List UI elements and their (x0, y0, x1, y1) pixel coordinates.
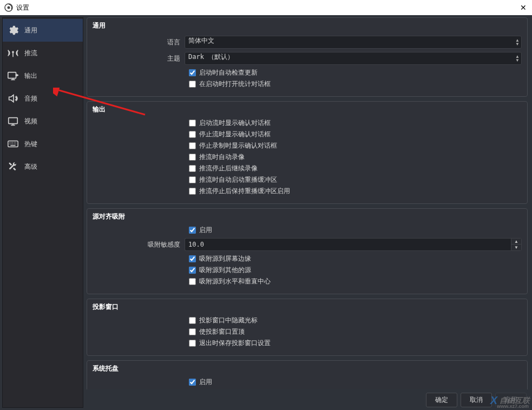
apply-button: 应用 (495, 393, 527, 407)
footer-buttons: 确定 取消 应用 (87, 392, 530, 408)
checkbox-label: 使投影窗口置顶 (199, 327, 245, 336)
stop-record-confirm-checkbox[interactable] (189, 142, 196, 149)
group-title: 输出 (93, 104, 522, 116)
group-tray: 系统托盘 启用 开始时最小化到系统托盘 总是最小化到系统托盘，而不是任务栏 (87, 360, 528, 389)
sidebar-item-label: 输出 (24, 71, 37, 81)
checkbox-label: 推流时自动启动重播缓冲区 (199, 175, 277, 184)
svg-point-1 (8, 6, 10, 9)
group-output: 输出 启动流时显示确认对话框 停止流时显示确认对话框 停止录制时显示确认对话框 … (87, 101, 528, 204)
svg-rect-4 (9, 118, 18, 124)
tray-enable-checkbox[interactable] (189, 379, 196, 386)
stop-stream-confirm-checkbox[interactable] (189, 131, 196, 138)
snap-sensitivity-label: 吸附敏感度 (93, 240, 185, 249)
group-general: 通用 语言 简体中文 ▲▼ 主题 Dark （默认） ▲▼ 启动时自动检查更新 (87, 17, 528, 97)
start-stream-confirm-checkbox[interactable] (189, 120, 196, 127)
check-updates-checkbox[interactable] (189, 69, 196, 76)
main-area: 通用 推流 输出 音频 视频 (0, 15, 532, 410)
check-updates-label: 启动时自动检查更新 (199, 68, 258, 77)
sidebar-item-label: 视频 (24, 117, 37, 126)
content-scroll[interactable]: 通用 语言 简体中文 ▲▼ 主题 Dark （默认） ▲▼ 启动时自动检查更新 (87, 17, 530, 389)
checkbox-label: 推流时自动录像 (199, 153, 245, 162)
theme-select[interactable]: Dark （默认） (185, 52, 522, 65)
sidebar: 通用 推流 输出 音频 视频 (2, 17, 83, 408)
language-label: 语言 (93, 38, 185, 47)
svg-rect-3 (8, 72, 16, 78)
cancel-button[interactable]: 取消 (461, 393, 492, 407)
sidebar-item-hotkeys[interactable]: 热键 (3, 133, 83, 155)
projector-hide-cursor-checkbox[interactable] (189, 317, 196, 324)
language-select[interactable]: 简体中文 (185, 36, 522, 49)
keep-record-checkbox[interactable] (189, 165, 196, 172)
checkbox-label: 吸附源到水平和垂直中心 (199, 277, 271, 286)
checkbox-label: 启动流时显示确认对话框 (199, 118, 271, 128)
theme-label: 主题 (93, 54, 185, 63)
sidebar-item-label: 推流 (24, 49, 37, 58)
titlebar: 设置 ✕ (0, 0, 532, 15)
checkbox-label: 推流停止后继续录像 (199, 164, 258, 173)
group-snap: 源对齐吸附 启用 吸附敏感度 ▲▼ 吸附源到屏幕边缘 吸附源到其他的源 吸附源到… (87, 208, 528, 294)
sidebar-item-stream[interactable]: 推流 (3, 42, 83, 64)
snap-sensitivity-input[interactable] (185, 238, 511, 251)
group-title: 通用 (93, 20, 522, 32)
snap-center-checkbox[interactable] (189, 278, 196, 285)
group-title: 源对齐吸附 (93, 211, 522, 223)
checkbox-label: 吸附源到屏幕边缘 (199, 254, 251, 263)
checkbox-label: 开始时最小化到系统托盘 (199, 389, 271, 389)
keep-replay-checkbox[interactable] (189, 188, 196, 195)
snap-other-sources-checkbox[interactable] (189, 267, 196, 274)
sidebar-item-general[interactable]: 通用 (3, 19, 83, 42)
checkbox-label: 推流停止后保持重播缓冲区启用 (199, 187, 290, 196)
auto-record-checkbox[interactable] (189, 154, 196, 161)
snap-screen-edge-checkbox[interactable] (189, 255, 196, 262)
sidebar-item-label: 热键 (24, 140, 37, 149)
video-icon (6, 115, 20, 127)
checkbox-label: 启用 (199, 378, 212, 387)
checkbox-label: 吸附源到其他的源 (199, 266, 251, 275)
tools-icon (6, 161, 20, 173)
group-title: 投影窗口 (93, 301, 522, 314)
sidebar-item-advanced[interactable]: 高级 (3, 155, 83, 178)
checkbox-label: 退出时保存投影窗口设置 (199, 339, 271, 348)
svg-point-2 (12, 51, 14, 53)
auto-replay-checkbox[interactable] (189, 176, 196, 183)
snap-enable-checkbox[interactable] (189, 227, 196, 234)
sidebar-item-label: 音频 (24, 94, 37, 103)
sidebar-item-label: 高级 (24, 162, 37, 171)
spin-up-button[interactable]: ▲ (511, 239, 521, 244)
projector-always-top-checkbox[interactable] (189, 328, 196, 335)
broadcast-icon (6, 47, 20, 59)
output-icon (6, 70, 20, 82)
checkbox-label: 停止录制时显示确认对话框 (199, 141, 277, 150)
keyboard-icon (6, 138, 20, 150)
checkbox-label: 投影窗口中隐藏光标 (199, 316, 258, 325)
sidebar-item-video[interactable]: 视频 (3, 110, 83, 133)
checkbox-label: 启用 (199, 226, 212, 235)
ok-button[interactable]: 确定 (426, 393, 457, 407)
sidebar-item-label: 通用 (24, 26, 37, 35)
open-stats-checkbox[interactable] (189, 81, 196, 88)
spin-down-button[interactable]: ▼ (511, 244, 521, 250)
gear-icon (6, 24, 20, 36)
group-title: 系统托盘 (93, 363, 522, 375)
projector-save-exit-checkbox[interactable] (189, 340, 196, 347)
sidebar-item-audio[interactable]: 音频 (3, 87, 83, 110)
group-projector: 投影窗口 投影窗口中隐藏光标 使投影窗口置顶 退出时保存投影窗口设置 (87, 299, 528, 356)
open-stats-label: 在启动时打开统计对话框 (199, 80, 271, 89)
audio-icon (6, 92, 20, 104)
close-button[interactable]: ✕ (520, 3, 527, 12)
obs-logo-icon (4, 3, 13, 12)
checkbox-label: 停止流时显示确认对话框 (199, 130, 271, 139)
window-title: 设置 (16, 3, 29, 12)
sidebar-item-output[interactable]: 输出 (3, 64, 83, 87)
